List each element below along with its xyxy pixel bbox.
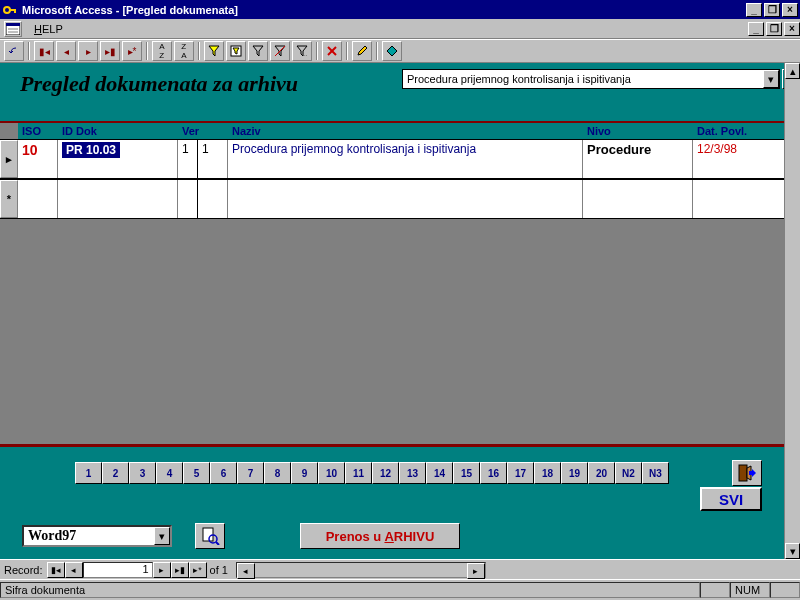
advanced-filter-icon[interactable]: .. bbox=[292, 41, 312, 61]
num-button-11[interactable]: 11 bbox=[345, 462, 372, 484]
horizontal-scrollbar[interactable]: ◂ ▸ bbox=[236, 562, 486, 578]
word-combo-text: Word97 bbox=[24, 528, 154, 544]
svg-rect-4 bbox=[6, 23, 20, 26]
num-button-6[interactable]: 6 bbox=[210, 462, 237, 484]
table-row[interactable]: ▸ 10 PR 10.03 1 1 Procedura prijemnog ko… bbox=[0, 139, 800, 179]
remove-filter-icon[interactable] bbox=[322, 41, 342, 61]
undo-icon[interactable] bbox=[4, 41, 24, 61]
num-button-7[interactable]: 7 bbox=[237, 462, 264, 484]
scroll-up-button[interactable]: ▴ bbox=[785, 63, 800, 79]
num-button-16[interactable]: 16 bbox=[480, 462, 507, 484]
form-icon[interactable] bbox=[4, 21, 22, 37]
nav-last-icon[interactable]: ▸▮ bbox=[171, 562, 189, 578]
last-record-icon[interactable]: ▸▮ bbox=[100, 41, 120, 61]
new-record-icon[interactable]: ▸* bbox=[122, 41, 142, 61]
sort-desc-icon[interactable]: ZA bbox=[174, 41, 194, 61]
form-pregled: Pregled dokumenata za arhivu Procedura p… bbox=[0, 63, 800, 579]
document-combo[interactable]: Procedura prijemnog kontrolisanja i ispi… bbox=[402, 69, 780, 89]
nav-first-icon[interactable]: ▮◂ bbox=[47, 562, 65, 578]
filter-excluding-icon[interactable] bbox=[270, 41, 290, 61]
cell-iddok[interactable]: PR 10.03 bbox=[58, 140, 178, 178]
minimize-button[interactable]: _ bbox=[746, 3, 762, 17]
mdi-restore-button[interactable]: ❐ bbox=[766, 22, 782, 36]
num-button-8[interactable]: 8 bbox=[264, 462, 291, 484]
svi-button[interactable]: SVI bbox=[700, 487, 762, 511]
bottom-panel: 1234567891011121314151617181920N2N3 SVI … bbox=[0, 444, 784, 559]
vertical-scrollbar[interactable]: ▴ ▾ bbox=[784, 63, 800, 559]
col-ver: Ver bbox=[178, 123, 228, 139]
word-combo-arrow-icon[interactable]: ▾ bbox=[154, 527, 170, 545]
cell-iso[interactable]: 10 bbox=[18, 140, 58, 178]
number-buttons: 1234567891011121314151617181920N2N3 bbox=[75, 462, 669, 484]
num-button-15[interactable]: 15 bbox=[453, 462, 480, 484]
work-area: Pregled dokumenata za arhivu Procedura p… bbox=[0, 63, 800, 579]
toolbar: ▮◂ ◂ ▸ ▸▮ ▸* AZ ZA .. bbox=[0, 39, 800, 63]
num-button-19[interactable]: 19 bbox=[561, 462, 588, 484]
record-navigator: Record: ▮◂ ◂ 1 ▸ ▸▮ ▸* of 1 ◂ ▸ bbox=[0, 559, 800, 579]
num-button-1[interactable]: 1 bbox=[75, 462, 102, 484]
design-icon[interactable] bbox=[382, 41, 402, 61]
filter-selection-icon[interactable] bbox=[204, 41, 224, 61]
filter-form-icon[interactable] bbox=[226, 41, 246, 61]
cell-ver1[interactable]: 1 bbox=[178, 140, 198, 178]
menu-help[interactable]: HELP bbox=[28, 21, 69, 37]
title-bar: Microsoft Access - [Pregled dokumenata] … bbox=[0, 0, 800, 19]
window-title: Microsoft Access - [Pregled dokumenata] bbox=[22, 4, 238, 16]
num-button-4[interactable]: 4 bbox=[156, 462, 183, 484]
num-button-20[interactable]: 20 bbox=[588, 462, 615, 484]
preview-button[interactable] bbox=[195, 523, 225, 549]
cell-ver2[interactable]: 1 bbox=[198, 140, 228, 178]
col-nivo: Nivo bbox=[583, 123, 693, 139]
row-selector-current-icon[interactable]: ▸ bbox=[0, 140, 18, 178]
status-text: Sifra dokumenta bbox=[0, 582, 700, 598]
prenos-button[interactable]: Prenos u ARHIVU bbox=[300, 523, 460, 549]
num-button-14[interactable]: 14 bbox=[426, 462, 453, 484]
mdi-close-button[interactable]: × bbox=[784, 22, 800, 36]
num-button-18[interactable]: 18 bbox=[534, 462, 561, 484]
svg-line-15 bbox=[216, 542, 219, 545]
num-button-2[interactable]: 2 bbox=[102, 462, 129, 484]
hscroll-left-icon[interactable]: ◂ bbox=[237, 563, 255, 579]
num-button-3[interactable]: 3 bbox=[129, 462, 156, 484]
num-button-12[interactable]: 12 bbox=[372, 462, 399, 484]
hscroll-right-icon[interactable]: ▸ bbox=[467, 563, 485, 579]
num-button-5[interactable]: 5 bbox=[183, 462, 210, 484]
first-record-icon[interactable]: ▮◂ bbox=[34, 41, 54, 61]
maximize-button[interactable]: ❐ bbox=[764, 3, 780, 17]
sort-asc-icon[interactable]: AZ bbox=[152, 41, 172, 61]
num-button-17[interactable]: 17 bbox=[507, 462, 534, 484]
access-key-icon bbox=[2, 2, 18, 18]
next-record-icon[interactable]: ▸ bbox=[78, 41, 98, 61]
cell-nivo[interactable]: Procedure bbox=[583, 140, 693, 178]
col-naziv: Naziv bbox=[228, 123, 583, 139]
edit-icon[interactable] bbox=[352, 41, 372, 61]
close-button[interactable]: × bbox=[782, 3, 798, 17]
num-button-N3[interactable]: N3 bbox=[642, 462, 669, 484]
prev-record-icon[interactable]: ◂ bbox=[56, 41, 76, 61]
apply-filter-icon[interactable] bbox=[248, 41, 268, 61]
nav-new-icon[interactable]: ▸* bbox=[189, 562, 207, 578]
status-bar: Sifra dokumenta NUM bbox=[0, 579, 800, 599]
record-label: Record: bbox=[0, 564, 47, 576]
scroll-down-button[interactable]: ▾ bbox=[785, 543, 800, 559]
record-number[interactable]: 1 bbox=[83, 562, 153, 578]
document-combo-text: Procedura prijemnog kontrolisanja i ispi… bbox=[403, 73, 763, 85]
col-iddok: ID Dok bbox=[58, 123, 178, 139]
num-button-9[interactable]: 9 bbox=[291, 462, 318, 484]
num-button-10[interactable]: 10 bbox=[318, 462, 345, 484]
record-total: 1 bbox=[222, 564, 228, 576]
exit-button[interactable] bbox=[732, 460, 762, 486]
cell-naziv[interactable]: Procedura prijemnog kontrolisanja i ispi… bbox=[228, 140, 583, 178]
table-row-new[interactable]: * bbox=[0, 179, 800, 219]
word-combo[interactable]: Word97 ▾ bbox=[22, 525, 172, 547]
grid-body: ▸ 10 PR 10.03 1 1 Procedura prijemnog ko… bbox=[0, 139, 800, 419]
num-button-13[interactable]: 13 bbox=[399, 462, 426, 484]
nav-prev-icon[interactable]: ◂ bbox=[65, 562, 83, 578]
combo-arrow-icon[interactable]: ▾ bbox=[763, 70, 779, 88]
row-selector-new-icon[interactable]: * bbox=[0, 180, 18, 218]
form-title: Pregled dokumenata za arhivu bbox=[20, 71, 298, 97]
svg-text:..: .. bbox=[304, 51, 308, 57]
nav-next-icon[interactable]: ▸ bbox=[153, 562, 171, 578]
mdi-minimize-button[interactable]: _ bbox=[748, 22, 764, 36]
num-button-N2[interactable]: N2 bbox=[615, 462, 642, 484]
